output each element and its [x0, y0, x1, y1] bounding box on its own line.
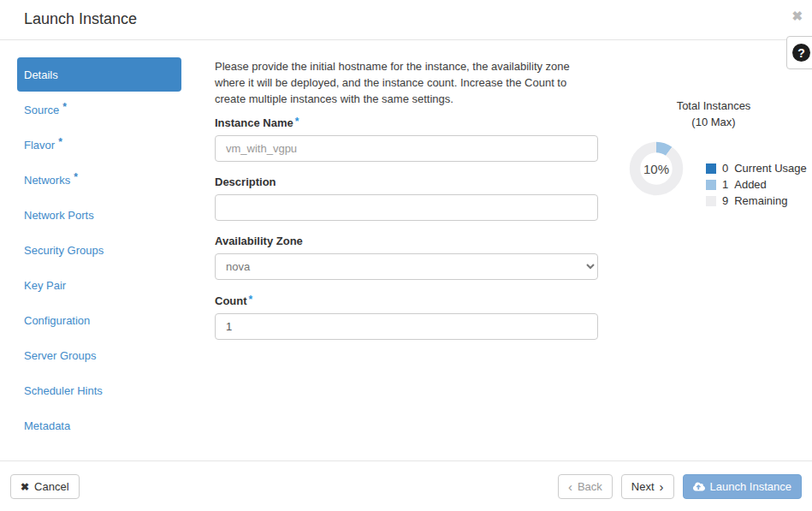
legend-item-current-usage: 0 Current Usage [706, 160, 807, 176]
instance-name-group: Instance Name* [215, 116, 598, 162]
wizard-step-label: Metadata [24, 419, 70, 432]
count-group: Count* [215, 294, 598, 340]
legend-label: Current Usage [734, 162, 807, 175]
label-text: Description [215, 175, 276, 188]
wizard-step-label: Network Ports [24, 209, 94, 222]
details-intro-text: Please provide the initial hostname for … [215, 58, 598, 107]
wizard-step-label: Configuration [24, 314, 90, 327]
legend-swatch [706, 196, 716, 206]
legend-swatch [706, 180, 716, 190]
legend-label: Remaining [734, 194, 787, 207]
wizard-step-network-ports[interactable]: Network Ports [17, 198, 181, 233]
wizard-nav-buttons: ‹ Back Next › Launch Instance [558, 474, 802, 499]
chart-title: Total Instances [615, 98, 812, 114]
wizard-step-label: Flavor [24, 139, 55, 152]
description-group: Description [215, 175, 598, 221]
back-button[interactable]: ‹ Back [558, 474, 613, 499]
modal-header: Launch Instance ✖ [0, 0, 812, 40]
chart-legend: 0 Current Usage 1 Added 9 Remaining [706, 160, 807, 209]
chevron-left-icon: ‹ [568, 480, 572, 493]
wizard-step-configuration[interactable]: Configuration [17, 303, 181, 338]
wizard-step-networks[interactable]: Networks* [17, 163, 181, 198]
legend-value: 1 [722, 178, 728, 191]
chevron-right-icon: › [660, 480, 664, 493]
wizard-step-details[interactable]: Details [17, 57, 181, 92]
launch-instance-button[interactable]: Launch Instance [683, 474, 802, 499]
details-form: Please provide the initial hostname for … [215, 58, 598, 354]
wizard-step-label: Details [24, 68, 58, 81]
cloud-upload-icon [693, 481, 705, 492]
donut-center-label: 10% [629, 141, 684, 196]
required-mark: * [249, 294, 253, 306]
close-icon[interactable]: ✖ [791, 9, 803, 22]
availability-zone-select[interactable]: nova [215, 253, 598, 280]
wizard-step-label: Security Groups [24, 244, 104, 257]
count-label: Count* [215, 294, 598, 307]
wizard-step-key-pair[interactable]: Key Pair [17, 268, 181, 303]
wizard-steps-nav: Details Source* Flavor* Networks* Networ… [17, 57, 181, 443]
legend-swatch [706, 163, 716, 174]
cancel-button[interactable]: ✖ Cancel [10, 474, 80, 499]
instance-name-input[interactable] [215, 135, 598, 162]
wizard-step-server-groups[interactable]: Server Groups [17, 338, 181, 373]
wizard-step-label: Source [24, 104, 59, 116]
availability-zone-group: Availability Zone nova [215, 235, 598, 280]
launch-instance-label: Launch Instance [710, 480, 791, 493]
count-input[interactable] [215, 313, 598, 340]
wizard-step-security-groups[interactable]: Security Groups [17, 233, 181, 268]
label-text: Instance Name [215, 116, 293, 129]
modal-footer: ✖ Cancel ‹ Back Next › Launch Instance [0, 460, 812, 511]
wizard-step-source[interactable]: Source* [17, 92, 181, 128]
wizard-step-label: Server Groups [24, 349, 97, 362]
legend-item-added: 1 Added [706, 176, 807, 193]
wizard-step-label: Key Pair [24, 279, 66, 292]
next-button[interactable]: Next › [621, 474, 674, 499]
wizard-step-metadata[interactable]: Metadata [17, 408, 181, 443]
required-mark: * [295, 116, 299, 128]
help-icon: ? [792, 44, 810, 62]
label-text: Count [215, 294, 247, 307]
help-tab[interactable]: ? [786, 36, 812, 69]
legend-value: 9 [722, 194, 728, 207]
next-label: Next [631, 480, 655, 493]
cancel-x-icon: ✖ [21, 481, 29, 493]
instance-name-label: Instance Name* [215, 116, 598, 129]
legend-item-remaining: 9 Remaining [706, 193, 807, 209]
chart-subtitle: (10 Max) [615, 114, 812, 130]
wizard-step-scheduler-hints[interactable]: Scheduler Hints [17, 373, 181, 408]
back-label: Back [578, 480, 602, 493]
wizard-step-label: Scheduler Hints [24, 384, 103, 397]
modal-title: Launch Instance [24, 10, 137, 28]
wizard-step-flavor[interactable]: Flavor* [17, 128, 181, 163]
total-instances-panel: Total Instances (10 Max) 10% 0 Current U… [615, 98, 812, 130]
description-input[interactable] [215, 194, 598, 221]
required-mark: * [74, 171, 78, 183]
cancel-label: Cancel [34, 480, 68, 493]
legend-value: 0 [722, 162, 728, 175]
total-instances-donut: 10% [629, 141, 684, 196]
required-mark: * [58, 136, 62, 148]
availability-zone-label: Availability Zone [215, 235, 598, 247]
description-label: Description [215, 175, 598, 188]
required-mark: * [62, 101, 67, 113]
legend-label: Added [734, 178, 767, 191]
wizard-step-label: Networks [24, 174, 70, 187]
label-text: Availability Zone [215, 235, 303, 247]
